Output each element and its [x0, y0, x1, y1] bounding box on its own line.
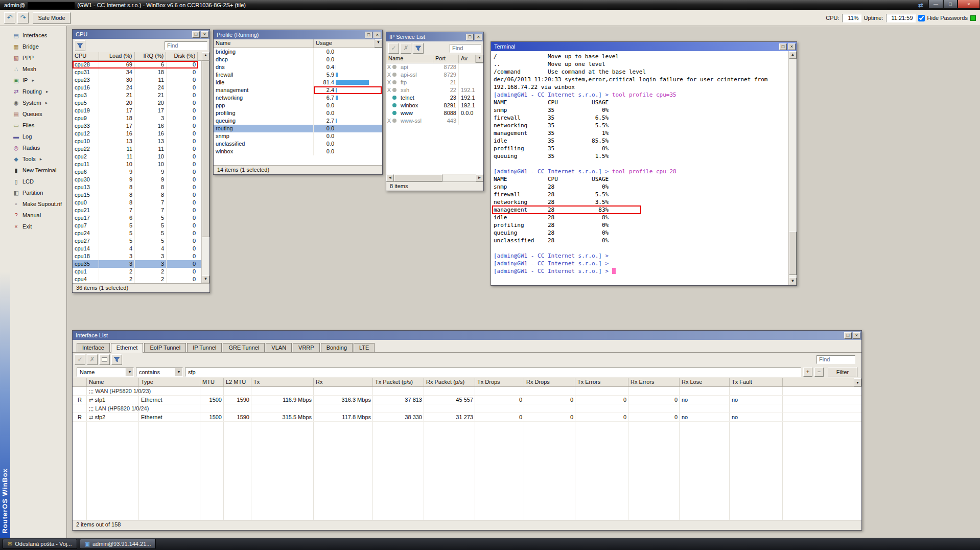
chevron-down-icon[interactable]: ▼	[126, 368, 133, 376]
profile-row[interactable]: dhcp0.0	[214, 56, 382, 63]
filter-funnel-button[interactable]	[413, 43, 424, 54]
column-header[interactable]: Tx Fault	[730, 378, 783, 386]
column-header[interactable]: Load (%)	[99, 52, 135, 60]
taskbar-item[interactable]: ▣admin@93.91.144.21...	[80, 539, 156, 549]
cpu-row[interactable]: cpu3317160	[73, 122, 201, 130]
profile-row[interactable]: unclassified0.0	[214, 140, 382, 148]
maximize-button[interactable]: □	[844, 332, 852, 339]
cpu-row[interactable]: cpu1110100	[73, 161, 201, 168]
service-row[interactable]: Xapi8728	[386, 63, 483, 71]
enable-button[interactable]: ✓	[75, 354, 85, 365]
scroll-up-icon[interactable]: ▲	[202, 52, 209, 60]
column-header[interactable]: Rx Packet (p/s)	[424, 378, 475, 386]
column-header[interactable]: Usage	[314, 39, 375, 48]
column-header[interactable]: Rx Errors	[628, 378, 680, 386]
disable-button[interactable]: ✗	[87, 354, 98, 365]
maximize-button[interactable]: □	[943, 0, 958, 9]
cpu-row[interactable]: cpu4220	[73, 276, 201, 283]
service-window-titlebar[interactable]: IP Service List □ ×	[386, 32, 483, 41]
cpu-row[interactable]: cpu91830	[73, 114, 201, 122]
service-row[interactable]: Xftp21	[386, 79, 483, 86]
scroll-down-icon[interactable]: ▼	[202, 276, 209, 283]
profile-row[interactable]: ppp0.0	[214, 102, 382, 109]
cpu-row[interactable]: cpu2330110	[73, 76, 201, 84]
tab-vlan[interactable]: VLAN	[266, 343, 292, 352]
cpu-row[interactable]: cpu0870	[73, 199, 201, 207]
close-button[interactable]: ×	[374, 32, 381, 38]
column-chooser-icon[interactable]: ▼	[476, 55, 483, 63]
find-input[interactable]	[165, 41, 207, 50]
cpu-row[interactable]: cpu1220	[73, 268, 201, 276]
add-filter-button[interactable]: +	[803, 368, 812, 377]
profile-row[interactable]: bridging0.0	[214, 48, 382, 56]
service-row[interactable]: telnet23192.1	[386, 94, 483, 102]
interface-row[interactable]: ;;; WAN (HP5820 1/0/23)	[73, 387, 861, 396]
chevron-down-icon[interactable]: ▼	[175, 368, 182, 376]
cpu-row[interactable]: cpu6990	[73, 168, 201, 176]
remove-filter-button[interactable]: −	[814, 368, 824, 377]
undo-button[interactable]: ↶	[4, 12, 15, 24]
column-header[interactable]: Rx Drops	[524, 378, 575, 386]
cpu-row[interactable]: cpu1216160	[73, 130, 201, 138]
close-button[interactable]: ×	[853, 332, 860, 339]
column-header[interactable]: Rx	[314, 378, 373, 386]
cpu-row[interactable]: cpu14440	[73, 245, 201, 253]
cpu-row[interactable]: cpu2211110	[73, 145, 201, 153]
profile-window-titlebar[interactable]: Profile (Running) □ ×	[214, 30, 382, 39]
tab-ip-tunnel[interactable]: IP Tunnel	[187, 343, 222, 352]
filter-field-combo[interactable]: Name ▼	[77, 368, 134, 377]
hide-passwords-checkbox[interactable]	[918, 15, 925, 21]
minimize-button[interactable]: —	[928, 0, 943, 9]
cpu-row[interactable]: cpu7550	[73, 222, 201, 230]
interface-window-titlebar[interactable]: Interface List □ ×	[73, 331, 861, 340]
maximize-button[interactable]: □	[192, 31, 200, 38]
maximize-button[interactable]: □	[466, 34, 474, 40]
app-titlebar[interactable]: admin@ (GW1 - CC Internet s.r.o.) - WinB…	[0, 0, 980, 10]
cpu-row[interactable]: cpu211100	[73, 153, 201, 161]
column-header[interactable]: CPU	[73, 52, 99, 60]
tab-vrrp[interactable]: VRRP	[293, 343, 320, 352]
tab-gre-tunnel[interactable]: GRE Tunnel	[223, 343, 265, 352]
close-button[interactable]: ×	[475, 34, 482, 40]
cpu-row[interactable]: cpu30990	[73, 176, 201, 184]
tab-interface[interactable]: Interface	[77, 343, 110, 352]
tab-bonding[interactable]: Bonding	[321, 343, 353, 352]
column-header[interactable]: Disk (%)	[166, 52, 198, 60]
cpu-row[interactable]: cpu21770	[73, 207, 201, 214]
horizontal-scrollbar[interactable]: ◄ ►	[386, 174, 483, 181]
profile-row[interactable]: queuing2.7	[214, 117, 382, 125]
cpu-row[interactable]: cpu1013130	[73, 138, 201, 145]
service-row[interactable]: winbox8291192.1	[386, 102, 483, 109]
profile-row[interactable]: firewall5.9	[214, 71, 382, 79]
filter-funnel-button[interactable]	[75, 40, 85, 51]
scroll-right-icon[interactable]: ►	[476, 174, 483, 181]
cpu-row[interactable]: cpu3134180	[73, 68, 201, 76]
column-header[interactable]: Type	[139, 378, 200, 386]
close-button[interactable]: ×	[788, 43, 796, 50]
column-header[interactable]: Tx	[251, 378, 314, 386]
close-button[interactable]: ×	[201, 31, 208, 38]
scroll-track[interactable]	[394, 174, 476, 181]
cpu-row[interactable]: cpu24550	[73, 230, 201, 237]
cpu-row[interactable]: cpu27550	[73, 237, 201, 245]
interface-row[interactable]: R⇄sfp2Ethernet15001590315.5 Mbps117.8 Mb…	[73, 413, 861, 422]
column-header[interactable]: Name	[214, 39, 314, 48]
column-header[interactable]: IRQ (%)	[135, 52, 167, 60]
column-header[interactable]: Port	[433, 55, 459, 63]
cpu-row[interactable]: cpu286960	[73, 61, 201, 68]
enable-button[interactable]: ✓	[388, 43, 399, 54]
interface-row[interactable]: ;;; LAN (HP5820 1/0/24)	[73, 404, 861, 413]
scroll-left-icon[interactable]: ◄	[386, 174, 394, 181]
profile-row[interactable]: idle81.4	[214, 79, 382, 86]
scroll-thumb[interactable]	[394, 174, 442, 181]
column-chooser-icon[interactable]: ▼	[375, 39, 382, 48]
terminal-window-titlebar[interactable]: Terminal □ ×	[491, 42, 797, 51]
maximize-button[interactable]: □	[779, 43, 787, 50]
apply-filter-button[interactable]: Filter	[828, 367, 857, 377]
taskbar-item[interactable]: ✉Odeslaná pošta - Voj...	[3, 539, 77, 549]
column-header[interactable]: L2 MTU	[224, 378, 251, 386]
tab-ethernet[interactable]: Ethernet	[111, 343, 144, 353]
service-row[interactable]: Xapi-ssl8729	[386, 71, 483, 79]
scroll-thumb[interactable]	[789, 232, 797, 275]
scroll-down-icon[interactable]: ▼	[789, 278, 797, 285]
